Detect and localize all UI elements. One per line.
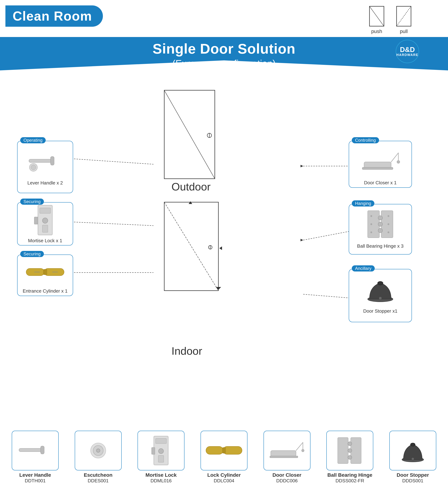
- outdoor-door-svg: [154, 89, 226, 186]
- securing2-tag: Securing: [20, 251, 44, 257]
- svg-marker-12: [189, 201, 192, 204]
- product-code-1: DDES001: [88, 478, 109, 484]
- svg-marker-14: [216, 287, 221, 290]
- product-code-3: DDLC004: [214, 478, 234, 484]
- pull-label: pull: [400, 29, 408, 34]
- svg-point-26: [31, 165, 36, 170]
- svg-point-55: [379, 297, 382, 300]
- stopper-image: [351, 271, 410, 307]
- product-code-2: DDML016: [151, 478, 172, 484]
- svg-rect-64: [158, 456, 164, 462]
- lever-handle-image: [19, 143, 71, 179]
- svg-point-60: [96, 449, 100, 452]
- product-escutcheon: Escutcheon DDES001: [72, 431, 124, 484]
- svg-line-15: [74, 159, 154, 164]
- svg-point-52: [388, 231, 389, 233]
- card-securing-2: Securing Entrance Cylinder x 1: [17, 254, 73, 296]
- card-operating: Operating Lever Handle x 2: [17, 141, 73, 193]
- hanging-label: Ball Bearing Hinge x 3: [357, 243, 403, 249]
- svg-point-51: [388, 223, 389, 225]
- svg-line-70: [296, 442, 303, 450]
- svg-rect-65: [152, 448, 155, 454]
- svg-rect-30: [42, 225, 48, 232]
- product-code-4: DDDC006: [276, 478, 298, 484]
- mortise-lock-box: [138, 431, 185, 470]
- banner-subtitle: (European configuration): [172, 58, 276, 69]
- ancillary-label: Door Stopper x1: [363, 308, 397, 314]
- door-closer-product-svg: [269, 440, 305, 461]
- card-securing-1: Securing Mortise Lock x 1: [17, 202, 73, 245]
- lever-handle-box: [12, 431, 59, 470]
- page-title: Clean Room: [5, 5, 103, 27]
- cylinder-product-svg: [205, 442, 243, 459]
- outdoor-label: Outdoor: [171, 180, 211, 193]
- svg-rect-24: [50, 156, 54, 165]
- svg-point-77: [348, 448, 352, 453]
- door-stopper-box: [389, 431, 436, 470]
- banner-title: Single Door Solution: [153, 41, 295, 57]
- svg-rect-73: [270, 456, 298, 458]
- product-name-0: Lever Handle: [19, 472, 51, 478]
- svg-point-63: [158, 448, 163, 454]
- svg-point-46: [378, 228, 383, 233]
- hanging-tag: Hanging: [352, 200, 374, 206]
- svg-rect-69: [271, 450, 296, 456]
- svg-line-16: [74, 222, 154, 226]
- svg-point-54: [378, 281, 383, 285]
- svg-point-49: [370, 231, 372, 233]
- svg-point-81: [412, 458, 414, 460]
- product-lock-cylinder: Lock Cylinder DDLC004: [198, 431, 250, 484]
- push-label: push: [371, 29, 382, 34]
- svg-rect-56: [19, 448, 42, 452]
- svg-rect-43: [381, 211, 393, 238]
- product-name-4: Door Closer: [273, 472, 301, 478]
- push-item: push: [369, 5, 385, 34]
- svg-point-47: [370, 215, 372, 217]
- product-strip: Lever Handle DDTH001 Escutcheon DDES001 …: [9, 431, 439, 484]
- card-ancillary: Ancillary Door Stopper x1: [349, 269, 412, 322]
- hinge-image: [351, 206, 410, 242]
- cylinder-svg-card: [25, 264, 65, 280]
- dd-logo-hardware: HARDWARE: [396, 53, 418, 57]
- svg-point-45: [378, 222, 383, 226]
- svg-rect-34: [43, 269, 47, 275]
- hinge-product-svg: [336, 436, 363, 465]
- mortise-lock-product-svg: [151, 435, 171, 466]
- product-name-2: Mortise Lock: [146, 472, 177, 478]
- svg-rect-68: [222, 448, 226, 453]
- product-lever-handle: Lever Handle DDTH001: [9, 431, 61, 484]
- ancillary-tag: Ancillary: [352, 265, 375, 271]
- securing1-label: Mortise Lock x 1: [28, 238, 62, 244]
- lever-handle-product-svg: [17, 441, 53, 460]
- operating-label: Lever Handle x 2: [27, 180, 63, 186]
- closer-image: [351, 143, 410, 179]
- svg-point-48: [370, 223, 372, 225]
- svg-point-44: [378, 216, 383, 220]
- lever-handle-svg: [27, 149, 63, 173]
- door-indoor: [154, 200, 229, 299]
- svg-line-38: [391, 153, 398, 162]
- svg-marker-22: [301, 239, 303, 241]
- svg-point-29: [42, 218, 48, 223]
- door-closer-svg-card: [360, 149, 400, 173]
- product-door-stopper: Door Stopper DDDS001: [387, 431, 439, 484]
- svg-marker-21: [301, 165, 303, 167]
- hinge-box: [326, 431, 373, 470]
- door-outdoor: [154, 89, 226, 187]
- product-code-0: DDTH001: [25, 478, 46, 484]
- svg-point-72: [301, 449, 304, 452]
- product-name-5: Ball Bearing Hinge: [327, 472, 372, 478]
- pull-item: pull: [396, 5, 412, 34]
- mortise-lock-image: [19, 204, 71, 237]
- product-mortise-lock: Mortise Lock DDML016: [135, 431, 187, 484]
- pull-door-icon: [396, 5, 412, 27]
- svg-point-78: [348, 456, 352, 459]
- door-stopper-svg-card: [366, 276, 395, 303]
- svg-line-3: [397, 6, 411, 26]
- indoor-door-svg: [154, 200, 229, 298]
- product-door-closer: Door Closer DDDC006: [261, 431, 313, 484]
- svg-point-40: [397, 161, 400, 163]
- svg-point-80: [410, 443, 415, 446]
- diagram-area: Outdoor Indoor: [0, 78, 448, 383]
- svg-line-1: [369, 6, 384, 26]
